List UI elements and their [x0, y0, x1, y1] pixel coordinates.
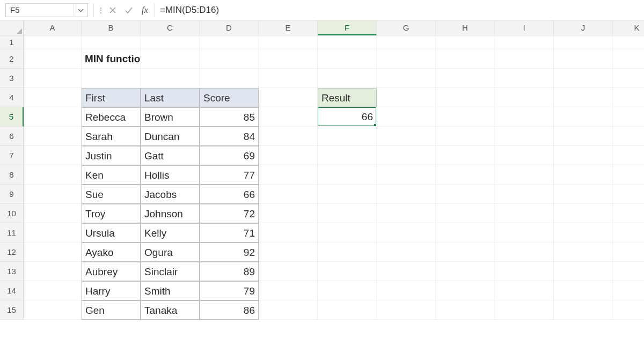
- name-box[interactable]: F5: [5, 3, 88, 17]
- cell-C2[interactable]: [141, 49, 200, 69]
- table-row[interactable]: Sinclair: [141, 262, 200, 281]
- cell-A4[interactable]: [24, 88, 82, 107]
- cell-K5[interactable]: [613, 107, 644, 127]
- cell-F11[interactable]: [318, 223, 377, 243]
- cell-G1[interactable]: [377, 35, 436, 49]
- cell-E13[interactable]: [259, 262, 318, 281]
- table-row[interactable]: Ken: [82, 165, 141, 185]
- cell-I14[interactable]: [495, 281, 554, 300]
- row-header-12[interactable]: 12: [0, 243, 24, 262]
- cell-F3[interactable]: [318, 69, 377, 88]
- table-row[interactable]: 79: [200, 281, 259, 300]
- table-row[interactable]: Johnson: [141, 204, 200, 223]
- row-header-11[interactable]: 11: [0, 223, 24, 243]
- cell-E10[interactable]: [259, 204, 318, 223]
- cell-J4[interactable]: [554, 88, 613, 107]
- table-row[interactable]: Ayako: [82, 243, 141, 262]
- table-row[interactable]: 71: [200, 223, 259, 243]
- cell-J8[interactable]: [554, 165, 613, 185]
- row-header-4[interactable]: 4: [0, 88, 24, 107]
- cell-J13[interactable]: [554, 262, 613, 281]
- cell-G5[interactable]: [377, 107, 436, 127]
- cell-J15[interactable]: [554, 300, 613, 320]
- cell-J5[interactable]: [554, 107, 613, 127]
- cell-H9[interactable]: [436, 185, 495, 204]
- cell-A12[interactable]: [24, 243, 82, 262]
- table-row[interactable]: 86: [200, 300, 259, 320]
- cell-A7[interactable]: [24, 146, 82, 165]
- table-header-last[interactable]: Last: [141, 88, 200, 107]
- cell-I10[interactable]: [495, 204, 554, 223]
- table-row[interactable]: 77: [200, 165, 259, 185]
- cell-H2[interactable]: [436, 49, 495, 69]
- cancel-icon[interactable]: [105, 3, 121, 17]
- cell-A10[interactable]: [24, 204, 82, 223]
- row-header-7[interactable]: 7: [0, 146, 24, 165]
- cell-K7[interactable]: [613, 146, 644, 165]
- table-row[interactable]: Brown: [141, 107, 200, 127]
- cell-E5[interactable]: [259, 107, 318, 127]
- table-header-score[interactable]: Score: [200, 88, 259, 107]
- cell-J11[interactable]: [554, 223, 613, 243]
- cell-G3[interactable]: [377, 69, 436, 88]
- col-header-I[interactable]: I: [495, 20, 554, 35]
- cell-H3[interactable]: [436, 69, 495, 88]
- cell-K2[interactable]: [613, 49, 644, 69]
- cell-H6[interactable]: [436, 127, 495, 146]
- table-row[interactable]: Sue: [82, 185, 141, 204]
- cell-G8[interactable]: [377, 165, 436, 185]
- row-header-9[interactable]: 9: [0, 185, 24, 204]
- col-header-F[interactable]: F: [318, 20, 377, 35]
- name-box-dropdown-icon[interactable]: [74, 3, 87, 17]
- cell-F8[interactable]: [318, 165, 377, 185]
- cell-B3[interactable]: [82, 69, 141, 88]
- table-row[interactable]: Gatt: [141, 146, 200, 165]
- cell-D1[interactable]: [200, 35, 259, 49]
- cell-G2[interactable]: [377, 49, 436, 69]
- row-header-2[interactable]: 2: [0, 49, 24, 69]
- table-row[interactable]: Jacobs: [141, 185, 200, 204]
- cell-I11[interactable]: [495, 223, 554, 243]
- cell-I13[interactable]: [495, 262, 554, 281]
- table-row[interactable]: Tanaka: [141, 300, 200, 320]
- cell-G7[interactable]: [377, 146, 436, 165]
- table-header-first[interactable]: First: [82, 88, 141, 107]
- cell-I12[interactable]: [495, 243, 554, 262]
- cell-K8[interactable]: [613, 165, 644, 185]
- table-row[interactable]: Gen: [82, 300, 141, 320]
- col-header-B[interactable]: B: [82, 20, 141, 35]
- cell-H7[interactable]: [436, 146, 495, 165]
- table-row[interactable]: Ursula: [82, 223, 141, 243]
- select-all-corner[interactable]: [0, 20, 24, 35]
- table-row[interactable]: Rebecca: [82, 107, 141, 127]
- cell-A9[interactable]: [24, 185, 82, 204]
- cell-F7[interactable]: [318, 146, 377, 165]
- cell-K4[interactable]: [613, 88, 644, 107]
- cell-A15[interactable]: [24, 300, 82, 320]
- cell-A2[interactable]: [24, 49, 82, 69]
- table-row[interactable]: 66: [200, 185, 259, 204]
- result-header[interactable]: Result: [318, 88, 377, 107]
- cell-K10[interactable]: [613, 204, 644, 223]
- cell-G13[interactable]: [377, 262, 436, 281]
- cell-E6[interactable]: [259, 127, 318, 146]
- cell-I3[interactable]: [495, 69, 554, 88]
- cell-G15[interactable]: [377, 300, 436, 320]
- cell-C1[interactable]: [141, 35, 200, 49]
- cell-K14[interactable]: [613, 281, 644, 300]
- cell-E12[interactable]: [259, 243, 318, 262]
- cell-H11[interactable]: [436, 223, 495, 243]
- cell-K15[interactable]: [613, 300, 644, 320]
- more-icon[interactable]: ⋮: [97, 3, 105, 17]
- cell-A11[interactable]: [24, 223, 82, 243]
- table-row[interactable]: Sarah: [82, 127, 141, 146]
- cell-J10[interactable]: [554, 204, 613, 223]
- cell-B1[interactable]: [82, 35, 141, 49]
- row-header-1[interactable]: 1: [0, 35, 24, 49]
- row-header-13[interactable]: 13: [0, 262, 24, 281]
- table-row[interactable]: Aubrey: [82, 262, 141, 281]
- cell-G6[interactable]: [377, 127, 436, 146]
- cell-E14[interactable]: [259, 281, 318, 300]
- cell-I7[interactable]: [495, 146, 554, 165]
- cell-F6[interactable]: [318, 127, 377, 146]
